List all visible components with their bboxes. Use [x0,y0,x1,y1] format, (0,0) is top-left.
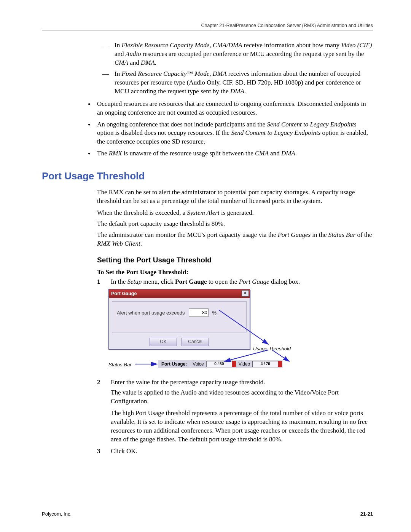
dash-item-2: In Fixed Resource Capacity™ Mode, DMA re… [97,70,373,96]
dialog-title: Port Gauge [111,291,137,296]
chapter-header: Chapter 21-RealPresence Collaboration Se… [42,23,373,28]
step-3: 3 Click OK. [97,447,373,456]
close-icon[interactable]: × [242,290,249,297]
page-footer: Polycom, Inc. 21-21 [42,511,373,517]
para-1: The RMX can be set to alert the administ… [97,188,373,206]
footer-left: Polycom, Inc. [42,511,72,517]
status-bar: Port Usage: Voice 0 / 50 Video 4 / 70 [158,360,282,368]
ok-button[interactable]: OK [150,338,177,346]
video-gauge-bar: 4 / 70 [252,361,278,367]
procedure-title: To Set the Port Usage Threshold: [97,268,373,277]
step-number: 3 [97,447,104,456]
cancel-button[interactable]: Cancel [182,338,209,346]
header-rule [42,30,373,30]
percent-label: % [212,310,217,316]
bullet-1: Occupied resources are resources that ar… [86,100,373,117]
para-3: The default port capacity usage threshol… [97,220,373,228]
alert-label: Alert when port usage exceeds [117,310,185,316]
port-gauge-dialog: Port Gauge × Alert when port usage excee… [108,289,250,350]
status-bar-callout: Status Bar [108,361,132,368]
usage-threshold-callout: Usage Threshold [253,345,291,352]
voice-gauge-bar: 0 / 50 [206,361,232,367]
dialog-body: Alert when port usage exceeds % [112,301,247,332]
subsection-heading: Setting the Port Usage Threshold [97,255,373,265]
dialog-titlebar: Port Gauge × [109,289,250,298]
video-gauge: Video 4 / 70 [236,361,282,367]
bullet-list: Occupied resources are resources that ar… [86,100,373,158]
main-content: In Flexible Resource Capacity Mode, CMA/… [97,41,373,456]
threshold-input[interactable] [189,308,209,317]
para-2: When the threshold is exceeded, a System… [97,209,373,217]
step-2: 2 Enter the value for the percentage cap… [97,378,373,445]
section-heading: Port Usage Threshold [42,169,373,183]
video-gauge-red [278,361,282,367]
dash-list: In Flexible Resource Capacity Mode, CMA/… [97,41,373,96]
footer-right: 21-21 [360,511,373,517]
step-number: 2 [97,378,104,445]
step-number: 1 [97,278,104,286]
dash-item-1: In Flexible Resource Capacity Mode, CMA/… [97,41,373,67]
para-4: The administrator can monitor the MCU's … [97,231,373,248]
voice-gauge-red [232,361,236,367]
port-usage-label: Port Usage: [158,361,190,367]
step-1: 1 In the Setup menu, click Port Gauge to… [97,278,373,286]
voice-gauge: Voice 0 / 50 [190,361,236,367]
port-gauge-figure: Port Gauge × Alert when port usage excee… [108,289,341,373]
bullet-3: The RMX is unaware of the resource usage… [86,149,373,158]
bullet-2: An ongoing conference that does not incl… [86,120,373,147]
